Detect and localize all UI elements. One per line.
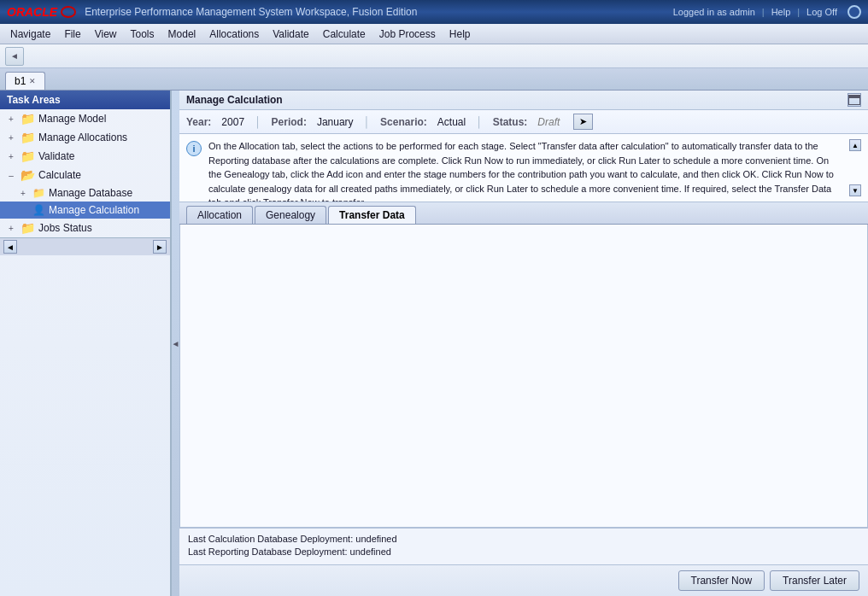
main-layout: Task Areas + 📁 Manage Model + 📁 Manage A…: [0, 91, 868, 596]
folder-icon: 📁: [21, 112, 35, 126]
menu-tools[interactable]: Tools: [124, 26, 161, 42]
info-row: Year: 2007 │ Period: January │ Scenario:…: [179, 110, 868, 134]
logoff-link[interactable]: Log Off: [806, 7, 837, 17]
tree-label: Validate: [38, 150, 74, 162]
tree-label: Manage Calculation: [49, 204, 139, 216]
toolbar-back-button[interactable]: ◄: [5, 47, 24, 66]
tree-label: Manage Model: [38, 113, 106, 125]
sidebar-content: + 📁 Manage Model + 📁 Manage Allocations …: [0, 109, 170, 237]
tab-transfer-data[interactable]: Transfer Data: [328, 206, 416, 224]
help-link[interactable]: Help: [771, 7, 791, 17]
menu-file[interactable]: File: [57, 26, 87, 42]
bottom-buttons: Transfer Now Transfer Later: [179, 564, 868, 596]
menu-validate[interactable]: Validate: [266, 26, 315, 42]
collapse-icon: ◄: [172, 339, 180, 348]
tab-bar: b1 ✕: [0, 68, 868, 91]
forward-button[interactable]: ➤: [573, 114, 593, 130]
menu-bar: Navigate File View Tools Model Allocatio…: [0, 24, 868, 44]
separator: │: [476, 116, 483, 128]
folder-open-icon: 📂: [21, 168, 35, 182]
scenario-value: Actual: [437, 116, 466, 128]
year-label: Year:: [186, 116, 211, 128]
item-icon: 👤: [32, 204, 45, 216]
sidebar-item-manage-model[interactable]: + 📁 Manage Model: [0, 109, 170, 128]
tab-close-icon[interactable]: ✕: [29, 77, 36, 85]
year-value: 2007: [221, 116, 244, 128]
oracle-logo: ORACLE: [7, 5, 76, 19]
scroll-down-button[interactable]: ▼: [849, 184, 861, 196]
status-line-2: Last Reporting Database Deployment: unde…: [188, 546, 859, 557]
tab-allocation[interactable]: Allocation: [186, 206, 253, 224]
app-title: Enterprise Performance Management System…: [85, 6, 417, 18]
expand-icon: –: [5, 171, 17, 180]
description-box: i On the Allocation tab, select the acti…: [179, 134, 868, 202]
tree-label: Manage Allocations: [38, 131, 127, 143]
collapse-sidebar-button[interactable]: ◄: [171, 91, 179, 596]
manage-calculation-header: Manage Calculation: [179, 91, 868, 110]
sidebar-prev-button[interactable]: ◄: [3, 240, 17, 254]
tab-b1[interactable]: b1 ✕: [5, 72, 45, 90]
expand-icon: +: [5, 152, 17, 161]
sidebar-item-validate[interactable]: + 📁 Validate: [0, 147, 170, 166]
menu-jobprocess[interactable]: Job Process: [372, 26, 443, 42]
separator1: |: [762, 7, 765, 17]
content-area: Manage Calculation Year: 2007 │ Period: …: [179, 91, 868, 596]
status-label: Status:: [493, 116, 528, 128]
expand-icon: +: [17, 189, 29, 198]
logoff-icon: [847, 5, 861, 19]
folder-icon: 📁: [32, 187, 45, 199]
maximize-button[interactable]: [847, 93, 861, 107]
top-bar-right: Logged in as admin | Help | Log Off: [673, 5, 861, 19]
menu-navigate[interactable]: Navigate: [3, 26, 57, 42]
maximize-icon: [848, 95, 860, 105]
separator: │: [255, 116, 261, 128]
oracle-wordmark: ORACLE: [7, 5, 57, 19]
transfer-later-button[interactable]: Transfer Later: [770, 570, 859, 591]
sidebar-item-calculate[interactable]: – 📂 Calculate: [0, 166, 170, 184]
sidebar-item-manage-allocations[interactable]: + 📁 Manage Allocations: [0, 128, 170, 147]
expand-icon: +: [5, 114, 17, 124]
period-label: Period:: [272, 116, 307, 128]
folder-icon: 📁: [21, 149, 35, 163]
oracle-circle-icon: [61, 6, 76, 18]
expand-icon: +: [5, 224, 17, 233]
menu-allocations[interactable]: Allocations: [202, 26, 266, 42]
scroll-up-button[interactable]: ▲: [849, 139, 861, 151]
folder-icon: 📁: [21, 221, 35, 235]
expand-icon: +: [5, 133, 17, 143]
period-value: January: [317, 116, 354, 128]
logged-in-text: Logged in as admin: [673, 7, 755, 17]
manage-calculation-title: Manage Calculation: [186, 94, 283, 106]
scenario-label: Scenario:: [380, 116, 427, 128]
menu-view[interactable]: View: [88, 26, 124, 42]
tree-label: Jobs Status: [38, 222, 92, 234]
status-value: Draft: [537, 116, 560, 128]
sidebar-nav: ◄ ►: [0, 237, 170, 255]
bottom-status: Last Calculation Database Deployment: un…: [179, 528, 868, 564]
folder-icon: 📁: [21, 131, 35, 144]
toolbar: ◄: [0, 44, 868, 68]
sidebar-item-manage-calculation[interactable]: 👤 Manage Calculation: [0, 202, 170, 219]
menu-model[interactable]: Model: [161, 26, 203, 42]
tab-genealogy[interactable]: Genealogy: [255, 206, 326, 224]
description-scrollbar: ▲ ▼: [849, 139, 861, 196]
panel-tabs: Allocation Genealogy Transfer Data: [179, 202, 868, 225]
description-text: On the Allocation tab, select the action…: [208, 139, 842, 196]
status-line-1: Last Calculation Database Deployment: un…: [188, 534, 859, 544]
sidebar-item-manage-database[interactable]: + 📁 Manage Database: [0, 184, 170, 202]
tree-label: Manage Database: [49, 187, 132, 199]
sidebar: Task Areas + 📁 Manage Model + 📁 Manage A…: [0, 91, 171, 596]
sidebar-title: Task Areas: [0, 91, 170, 109]
tab-label: b1: [15, 75, 26, 87]
menu-help[interactable]: Help: [443, 26, 478, 42]
menu-calculate[interactable]: Calculate: [316, 26, 372, 42]
top-bar-left: ORACLE Enterprise Performance Management…: [7, 5, 417, 19]
separator2: |: [797, 7, 800, 17]
sidebar-next-button[interactable]: ►: [153, 240, 167, 254]
sidebar-item-jobs-status[interactable]: + 📁 Jobs Status: [0, 219, 170, 237]
info-icon: i: [186, 141, 202, 156]
transfer-now-button[interactable]: Transfer Now: [678, 570, 765, 591]
tree-label: Calculate: [38, 169, 81, 181]
content-panel: [179, 225, 868, 528]
top-bar: ORACLE Enterprise Performance Management…: [0, 0, 868, 24]
